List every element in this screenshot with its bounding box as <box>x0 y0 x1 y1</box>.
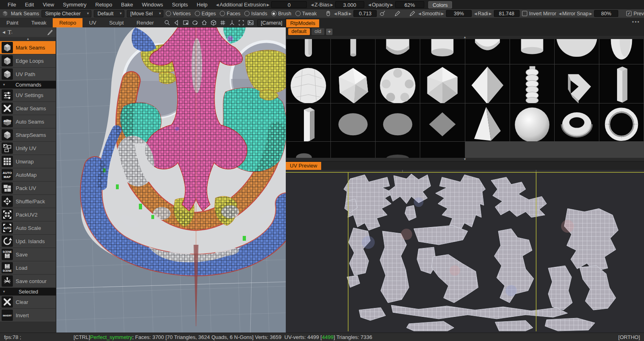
sidebar-item-upd-islands[interactable]: Upd. Islands <box>0 235 56 248</box>
select-mode-vertices[interactable]: Vertices <box>166 11 190 17</box>
menu-edit[interactable]: Edit <box>21 2 38 8</box>
primitive-disc[interactable] <box>331 103 375 141</box>
sidebar-item-packuv2[interactable]: PackUV2 <box>0 208 56 221</box>
spin-right-icon[interactable]: ▶ <box>441 12 444 16</box>
opacity-value[interactable]: 62% <box>395 1 424 8</box>
primitive-sphere-faceted[interactable] <box>286 64 330 103</box>
select-mode-islands[interactable]: Islands <box>244 11 267 17</box>
spin-left-icon[interactable]: ◀ <box>474 12 477 16</box>
z-bias-value[interactable]: 3.000 <box>335 1 364 8</box>
sidebar-item-automap[interactable]: AUTOMAPAutoMap <box>0 168 56 182</box>
primitive-gem[interactable] <box>331 64 375 103</box>
spin-left-icon[interactable]: ◀ <box>368 3 371 7</box>
section-header-commands[interactable]: ▼Commands <box>0 81 56 89</box>
sidebar-item-auto-seams[interactable]: AUTOAuto Seams <box>0 115 56 128</box>
axes-icon[interactable] <box>228 19 236 27</box>
pencil-icon[interactable] <box>409 10 416 18</box>
sidebar-item-sharpseams[interactable]: SharpSeams <box>0 128 56 142</box>
primitive-pyramid[interactable] <box>465 103 510 141</box>
primitive-sphere[interactable] <box>510 103 554 141</box>
primitive-partial[interactable] <box>420 142 464 158</box>
tab-retopo[interactable]: Retopo <box>53 18 83 27</box>
primitive-partial[interactable] <box>331 142 375 158</box>
spin-right-icon[interactable]: ▶ <box>349 12 351 16</box>
primitive-partial[interactable] <box>376 142 420 158</box>
rtp-models-tab[interactable]: RtpModels <box>286 19 319 27</box>
text-tool-icon[interactable]: T▫ <box>8 29 12 36</box>
primitive-hex-column[interactable] <box>599 64 644 103</box>
sidebar-item-unwrap[interactable]: Unwrap <box>0 155 56 168</box>
viewport-3d[interactable] <box>56 27 286 333</box>
primitive-disc[interactable] <box>376 103 420 141</box>
rotate-icon[interactable] <box>191 19 199 27</box>
tab-render[interactable]: Render <box>130 18 160 27</box>
collapse-arrow-icon[interactable]: ◀ <box>2 30 5 34</box>
invert-mirror-checkbox[interactable]: Invert Mirror <box>522 11 556 17</box>
snapshot-icon[interactable] <box>247 19 255 27</box>
primitive-cylinder[interactable] <box>420 39 464 64</box>
scroll-up-icon[interactable]: ▲ <box>286 36 644 39</box>
primitive-ball-faceted[interactable] <box>376 64 420 103</box>
rtp-tab-old[interactable]: old <box>312 28 325 35</box>
menu-scripts[interactable]: Scripts <box>167 2 192 8</box>
primitive-prism[interactable] <box>286 103 330 141</box>
scroll-up-icon[interactable]: ▲ <box>0 37 56 41</box>
spin-left-icon[interactable]: ◀ <box>216 3 219 7</box>
spin-left-icon[interactable]: ◀ <box>334 12 337 16</box>
mirror-snap-value[interactable]: 80% <box>594 10 618 17</box>
sidebar-item-clear[interactable]: Clear <box>0 296 56 309</box>
sidebar-item-save-contour[interactable]: Save contour <box>0 275 56 288</box>
colors-button[interactable]: Colors <box>428 1 452 8</box>
preview-islands-checkbox[interactable]: ✓ Preview Islands <box>626 11 644 17</box>
primitive-torus[interactable] <box>555 103 599 141</box>
spin-right-icon[interactable]: ▶ <box>330 3 333 7</box>
primitive-cylinder-short[interactable] <box>510 39 554 64</box>
primitive-cylinder-round[interactable] <box>465 39 510 64</box>
menu-view[interactable]: View <box>38 2 58 8</box>
grid-icon[interactable] <box>219 19 227 27</box>
sidebar-item-pack-uv[interactable]: Pack UV <box>0 182 56 195</box>
spin-right-icon[interactable]: ▶ <box>390 3 393 7</box>
menu-symmetry[interactable]: Symmetry <box>58 2 91 8</box>
spin-left-icon[interactable]: ◀ <box>559 12 561 16</box>
menu-windows[interactable]: Windows <box>137 2 167 8</box>
primitive-spiral-shell[interactable] <box>599 103 644 141</box>
radius-value[interactable]: 0.713 <box>353 10 377 17</box>
add-tab-button[interactable]: + <box>326 29 332 35</box>
lasso-icon[interactable] <box>379 10 386 18</box>
sidebar-item-save[interactable]: SCENESave <box>0 248 56 261</box>
tab-paint[interactable]: Paint <box>0 18 25 27</box>
primitive-octahedron[interactable] <box>465 64 510 103</box>
pencil-icon[interactable] <box>394 10 401 18</box>
primitive-egg[interactable] <box>599 39 644 64</box>
primitive-diamond-flat[interactable] <box>420 103 464 141</box>
sidebar-item-shuffle-pack[interactable]: Shuffle/Pack <box>0 195 56 208</box>
scroll-down-icon[interactable]: ▼ <box>286 158 644 161</box>
spin-right-icon[interactable]: ▶ <box>266 3 269 7</box>
sidebar-item-uv-settings[interactable]: UV Settings <box>0 89 56 102</box>
menu-retopo[interactable]: Retopo <box>91 2 117 8</box>
tab-uv[interactable]: UV <box>83 18 103 27</box>
primitive-cylinder-dome[interactable] <box>376 39 420 64</box>
home-icon[interactable] <box>200 19 208 27</box>
additional-extrusion-value[interactable]: 0 <box>271 1 307 8</box>
sidebar-item-uv-path[interactable]: UV Path <box>0 68 56 81</box>
checker-dropdown[interactable]: Simple Checker▼ <box>41 10 91 17</box>
radius2-value[interactable]: 81.748 <box>494 10 520 17</box>
section-header-selected[interactable]: ▼Selected <box>0 288 56 296</box>
expand-icon[interactable] <box>237 19 246 27</box>
sidebar-item-load[interactable]: SCENELoad <box>0 261 56 275</box>
select-icon[interactable] <box>173 19 181 27</box>
primitive-bead-stack[interactable] <box>510 64 554 103</box>
sidebar-item-clear-seams[interactable]: Clear Seams <box>0 102 56 115</box>
sidebar-item-unify-uv[interactable]: Unify UV <box>0 142 56 155</box>
panel-menu-icon[interactable]: ••• <box>632 19 640 25</box>
smoothing-value[interactable]: 39% <box>446 10 472 17</box>
spin-right-icon[interactable]: ▶ <box>589 12 592 16</box>
spin-left-icon[interactable]: ◀ <box>418 12 421 16</box>
brush-icon[interactable] <box>45 28 54 36</box>
tab-tweak[interactable]: Tweak <box>25 18 53 27</box>
menu-help[interactable]: Help <box>192 2 212 8</box>
menu-file[interactable]: File <box>3 2 21 8</box>
primitive-partial[interactable] <box>286 142 330 158</box>
